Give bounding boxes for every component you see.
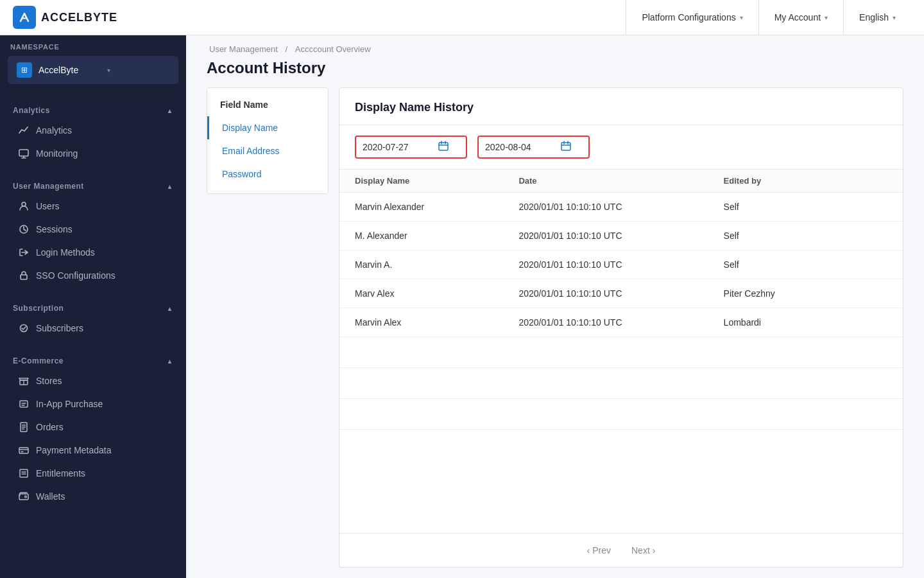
breadcrumb-part1: User Management	[209, 44, 278, 54]
calendar-to-icon[interactable]	[561, 141, 571, 153]
sidebar-wallets-label: Wallets	[36, 491, 65, 502]
date-from-picker[interactable]	[355, 136, 467, 159]
sidebar-item-login-methods[interactable]: Login Methods	[0, 241, 186, 264]
sidebar-stores-label: Stores	[36, 376, 62, 386]
row4-display-name: Marv Alex	[355, 288, 518, 299]
row2-edited-by: Self	[724, 231, 887, 241]
col-display-name: Display Name	[355, 176, 518, 186]
sidebar-users-label: Users	[36, 201, 60, 211]
prev-chevron-icon: ‹	[587, 545, 590, 556]
row2-display-name: M. Alexander	[355, 231, 518, 241]
row1-date: 2020/01/01 10:10:10 UTC	[518, 202, 723, 212]
subscription-section-header[interactable]: Subscription ▲	[0, 297, 186, 317]
language-menu[interactable]: English ▾	[843, 0, 911, 35]
field-email-address[interactable]: Email Address	[207, 139, 328, 162]
logo-text: ACCELBYTE	[41, 11, 117, 24]
table-header: Display Name Date Edited by	[339, 170, 903, 193]
sidebar-item-monitoring[interactable]: Monitoring	[0, 142, 186, 165]
pagination: ‹ Prev Next ›	[339, 533, 903, 567]
prev-button[interactable]: ‹ Prev	[579, 541, 619, 559]
analytics-collapse-icon: ▲	[167, 107, 173, 114]
analytics-section: Analytics ▲ Analytics Monitoring	[0, 94, 186, 170]
sidebar-item-in-app-purchase[interactable]: In-App Purchase	[0, 392, 186, 416]
sidebar-item-orders[interactable]: Orders	[0, 416, 186, 439]
table-row: Marvin Alex 2020/01/01 10:10:10 UTC Lomb…	[339, 308, 903, 337]
svg-rect-25	[439, 143, 448, 150]
sessions-icon	[18, 223, 30, 235]
field-display-name[interactable]: Display Name	[207, 116, 328, 139]
my-account-chevron: ▾	[825, 14, 828, 21]
user-mgmt-section-label: User Management	[13, 182, 84, 191]
next-button[interactable]: Next ›	[624, 541, 663, 559]
sidebar-item-subscribers[interactable]: Subscribers	[0, 317, 186, 340]
table-row: Marvin A. 2020/01/01 10:10:10 UTC Self	[339, 250, 903, 279]
calendar-from-icon[interactable]	[438, 141, 449, 153]
entitlements-icon	[18, 468, 30, 479]
analytics-section-header[interactable]: Analytics ▲	[0, 100, 186, 119]
platform-config-chevron: ▾	[740, 14, 743, 21]
namespace-selector[interactable]: ⊞ AccelByte ▾	[8, 56, 178, 84]
svg-point-24	[25, 496, 27, 498]
table-row: Marvin Alexander 2020/01/01 10:10:10 UTC…	[339, 193, 903, 222]
namespace-icon: ⊞	[17, 62, 32, 78]
row1-edited-by: Self	[724, 202, 887, 212]
date-to-input[interactable]	[485, 142, 556, 152]
sidebar-item-entitlements[interactable]: Entitlements	[0, 462, 186, 485]
wallets-icon	[18, 491, 30, 502]
row3-edited-by: Self	[724, 259, 887, 270]
svg-rect-20	[20, 469, 28, 477]
logo-area: ACCELBYTE	[13, 6, 626, 29]
sidebar-iap-label: In-App Purchase	[36, 399, 103, 409]
breadcrumb-part2: Accccount Overview	[295, 44, 371, 54]
sidebar-entitlements-label: Entitlements	[36, 468, 85, 478]
language-label: English	[859, 12, 889, 22]
date-from-input[interactable]	[363, 142, 433, 152]
ecommerce-collapse-icon: ▲	[167, 358, 173, 365]
sidebar-item-sessions[interactable]: Sessions	[0, 218, 186, 241]
sidebar-item-wallets[interactable]: Wallets	[0, 485, 186, 508]
subscription-collapse-icon: ▲	[167, 305, 173, 312]
logo-icon	[13, 6, 36, 29]
breadcrumb-separator: /	[286, 44, 290, 54]
date-to-picker[interactable]	[477, 136, 590, 159]
table-row: M. Alexander 2020/01/01 10:10:10 UTC Sel…	[339, 222, 903, 250]
language-chevron: ▾	[893, 14, 896, 21]
monitoring-icon	[18, 148, 30, 159]
topnav-right: Platform Configurations ▾ My Account ▾ E…	[626, 0, 911, 35]
row3-display-name: Marvin A.	[355, 259, 518, 270]
sidebar-subscribers-label: Subscribers	[36, 323, 83, 333]
analytics-section-label: Analytics	[13, 106, 50, 115]
subscription-section: Subscription ▲ Subscribers	[0, 292, 186, 345]
filter-row	[339, 125, 903, 170]
sidebar-login-methods-label: Login Methods	[36, 247, 95, 258]
field-password[interactable]: Password	[207, 162, 328, 186]
platform-config-menu[interactable]: Platform Configurations ▾	[626, 0, 758, 35]
content-area: User Management / Accccount Overview Acc…	[186, 35, 924, 578]
row4-date: 2020/01/01 10:10:10 UTC	[518, 288, 723, 299]
page-title: Account History	[186, 57, 924, 87]
sidebar-item-sso-config[interactable]: SSO Configurations	[0, 264, 186, 287]
email-address-label: Email Address	[222, 146, 279, 156]
svg-rect-17	[19, 448, 28, 453]
my-account-label: My Account	[774, 12, 821, 22]
svg-rect-0	[19, 150, 28, 156]
stores-icon	[18, 375, 30, 387]
table-row: Marv Alex 2020/01/01 10:10:10 UTC Piter …	[339, 279, 903, 308]
svg-point-3	[22, 202, 26, 206]
row1-display-name: Marvin Alexander	[355, 202, 518, 212]
sidebar-monitoring-label: Monitoring	[36, 148, 78, 159]
sidebar-item-stores[interactable]: Stores	[0, 369, 186, 392]
page-body: Field Name Display Name Email Address Pa…	[186, 87, 924, 578]
my-account-menu[interactable]: My Account ▾	[758, 0, 843, 35]
namespace-name: AccelByte	[38, 65, 101, 75]
sidebar-item-payment-metadata[interactable]: Payment Metadata	[0, 439, 186, 462]
login-methods-icon	[18, 247, 30, 258]
ecommerce-section-header[interactable]: E-Commerce ▲	[0, 350, 186, 369]
sidebar-payment-metadata-label: Payment Metadata	[36, 445, 112, 455]
sidebar-item-analytics[interactable]: Analytics	[0, 119, 186, 142]
user-mgmt-section-header[interactable]: User Management ▲	[0, 175, 186, 195]
user-mgmt-collapse-icon: ▲	[167, 183, 173, 190]
sso-icon	[18, 270, 30, 281]
sidebar: NAMESPACE ⊞ AccelByte ▾ Analytics ▲ Anal…	[0, 35, 186, 578]
sidebar-item-users[interactable]: Users	[0, 195, 186, 218]
